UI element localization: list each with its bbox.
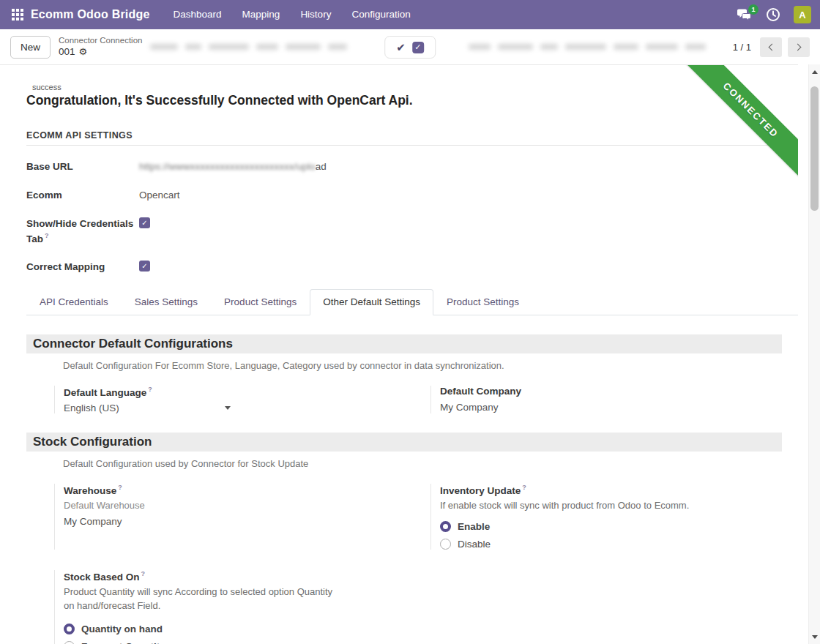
scroll-down-arrow[interactable] bbox=[809, 631, 820, 643]
help-icon[interactable]: ? bbox=[522, 484, 526, 491]
menu-item-mapping[interactable]: Mapping bbox=[232, 0, 291, 29]
inventory-update-text: Inventory Update bbox=[440, 485, 521, 496]
default-language-value: English (US) bbox=[64, 402, 119, 413]
help-icon[interactable]: ? bbox=[118, 484, 122, 491]
correct-mapping-label: Correct Mapping bbox=[26, 261, 136, 274]
stock-based-on-box: Stock Based On? Product Quantity will sy… bbox=[54, 570, 394, 644]
help-icon[interactable]: ? bbox=[141, 570, 146, 577]
warehouse-text: Warehouse bbox=[64, 485, 116, 496]
menu-item-configuration[interactable]: Configuration bbox=[341, 0, 420, 29]
stock-settings-row: Warehouse? Default Warehouse My Company … bbox=[26, 484, 798, 550]
default-language-text: Default Language bbox=[64, 386, 146, 397]
help-icon[interactable]: ? bbox=[148, 386, 152, 393]
radio-unchecked-icon bbox=[64, 641, 75, 644]
default-company-label: Default Company bbox=[440, 386, 753, 397]
warehouse-sublabel: Default Warehouse bbox=[64, 500, 394, 511]
connection-success-title: Congratulation, It's Successfully Connec… bbox=[26, 93, 798, 108]
radio-checked-icon bbox=[440, 521, 451, 532]
default-company-box: Default Company My Company bbox=[430, 386, 753, 414]
main-menu: Dashboard Mapping History Configuration bbox=[163, 0, 421, 29]
default-language-box: Default Language? English (US) bbox=[54, 386, 394, 414]
chevron-right-icon bbox=[794, 43, 802, 50]
default-language-select[interactable]: English (US) bbox=[64, 402, 231, 413]
user-avatar[interactable]: A bbox=[794, 6, 811, 23]
tab-api-credentials[interactable]: API Credentials bbox=[26, 289, 122, 315]
notebook-tabs: API Credentials Sales Settings Product S… bbox=[26, 289, 798, 315]
default-language-label: Default Language? bbox=[64, 386, 394, 398]
saved-check-icon: ✔ bbox=[396, 41, 406, 54]
inventory-disable-option[interactable]: Disable bbox=[440, 539, 753, 550]
stock-based-on-text: Stock Based On bbox=[64, 571, 140, 582]
base-url-row: Base URL https://wwwxxxxxxxxxxxxxxxxxxxx… bbox=[26, 160, 798, 174]
chevron-down-icon bbox=[225, 406, 231, 410]
pager-next-button[interactable] bbox=[788, 37, 810, 57]
chevron-left-icon bbox=[769, 43, 776, 50]
new-button[interactable]: New bbox=[10, 36, 51, 59]
menu-item-dashboard[interactable]: Dashboard bbox=[163, 0, 232, 29]
stock-based-on-description: Product Quantity will sync According to … bbox=[64, 585, 342, 613]
warehouse-box: Warehouse? Default Warehouse My Company bbox=[54, 484, 394, 550]
scrollbar-thumb[interactable] bbox=[810, 86, 819, 211]
gear-icon[interactable]: ⚙ bbox=[79, 46, 88, 58]
tab-product-settings[interactable]: Product Settings bbox=[211, 289, 310, 315]
apps-grid-icon[interactable] bbox=[12, 9, 23, 20]
correct-mapping-checkbox[interactable]: ✓ bbox=[139, 261, 150, 272]
pager: 1 / 1 bbox=[733, 37, 810, 57]
record-status-box: ✔ ✓ bbox=[384, 36, 436, 59]
inventory-update-box: Inventory Update? If enable stock will s… bbox=[430, 484, 753, 550]
warehouse-value[interactable]: My Company bbox=[64, 516, 394, 527]
help-icon[interactable]: ? bbox=[45, 232, 49, 239]
ecomm-label: Ecomm bbox=[26, 189, 136, 203]
tab-other-default-settings[interactable]: Other Default Settings bbox=[310, 289, 433, 315]
pager-previous-button[interactable] bbox=[760, 37, 782, 57]
ecomm-value[interactable]: Opencart bbox=[139, 189, 798, 201]
stock-configuration-description: Default Configuration used by Connector … bbox=[63, 458, 782, 469]
inventory-update-description: If enable stock will sync with product f… bbox=[440, 500, 753, 511]
menu-item-history[interactable]: History bbox=[290, 0, 341, 29]
top-navbar: Ecomm Odoo Bridge Dashboard Mapping Hist… bbox=[0, 0, 820, 29]
forecast-quantity-option[interactable]: Forecast Quantity bbox=[64, 641, 394, 644]
scroll-up-arrow[interactable] bbox=[809, 66, 820, 78]
base-url-tail-text: ad bbox=[316, 161, 327, 172]
default-company-value[interactable]: My Company bbox=[440, 402, 753, 413]
inventory-enable-label: Enable bbox=[458, 521, 490, 532]
triangle-up-icon bbox=[812, 70, 818, 74]
messages-badge: 1 bbox=[748, 4, 758, 15]
quantity-on-hand-label: Quantity on hand bbox=[81, 624, 163, 634]
form-sheet: CONNECTED success Congratulation, It's S… bbox=[0, 64, 798, 644]
credentials-toggle-text: Show/Hide Credentials Tab bbox=[26, 218, 133, 244]
success-state-label: success bbox=[32, 83, 798, 91]
breadcrumb-model[interactable]: Connector Connection bbox=[59, 35, 142, 45]
connector-defaults-title: Connector Default Configurations bbox=[26, 334, 782, 353]
base-url-label: Base URL bbox=[26, 160, 136, 174]
stock-based-on-row: Stock Based On? Product Quantity will sy… bbox=[26, 570, 798, 644]
vertical-scrollbar[interactable] bbox=[808, 64, 820, 644]
tab-sales-settings[interactable]: Sales Settings bbox=[122, 289, 211, 315]
inventory-update-label: Inventory Update? bbox=[440, 484, 753, 496]
stock-based-on-label: Stock Based On? bbox=[64, 570, 394, 583]
connector-defaults-description: Default Configuration For Ecomm Store, L… bbox=[63, 360, 782, 371]
breadcrumb: Connector Connection 001 ⚙ bbox=[59, 35, 142, 58]
api-settings-caption: ECOMM API SETTINGS bbox=[26, 130, 772, 146]
inventory-enable-option[interactable]: Enable bbox=[440, 521, 753, 532]
blurred-toolbar-region bbox=[469, 44, 706, 50]
base-url-masked-text: https://wwwxxxxxxxxxxxxxxxxxxxxx/uplo bbox=[139, 161, 316, 172]
quantity-on-hand-option[interactable]: Quantity on hand bbox=[64, 624, 394, 634]
app-brand[interactable]: Ecomm Odoo Bridge bbox=[31, 8, 150, 21]
base-url-value[interactable]: https://wwwxxxxxxxxxxxxxxxxxxxxx/upload bbox=[139, 160, 798, 172]
pager-counter: 1 / 1 bbox=[733, 42, 751, 53]
activity-clock-icon[interactable] bbox=[766, 7, 780, 22]
defaults-settings-row: Default Language? English (US) Default C… bbox=[26, 386, 798, 414]
correct-mapping-row: Correct Mapping ✓ bbox=[26, 261, 798, 274]
clock-glyph-icon bbox=[766, 7, 780, 22]
ecomm-row: Ecomm Opencart bbox=[26, 189, 798, 203]
record-name: 001 bbox=[59, 46, 75, 59]
warehouse-label: Warehouse? bbox=[64, 484, 394, 496]
credentials-toggle-label: Show/Hide Credentials Tab? bbox=[26, 217, 136, 246]
checked-checkbox-icon[interactable]: ✓ bbox=[412, 42, 424, 53]
messages-icon[interactable]: 1 bbox=[737, 9, 753, 21]
blurred-toolbar-region bbox=[150, 44, 347, 50]
credentials-checkbox[interactable]: ✓ bbox=[139, 217, 150, 228]
tab-product-settings-2[interactable]: Product Settings bbox=[433, 289, 532, 315]
forecast-quantity-label: Forecast Quantity bbox=[81, 641, 165, 644]
